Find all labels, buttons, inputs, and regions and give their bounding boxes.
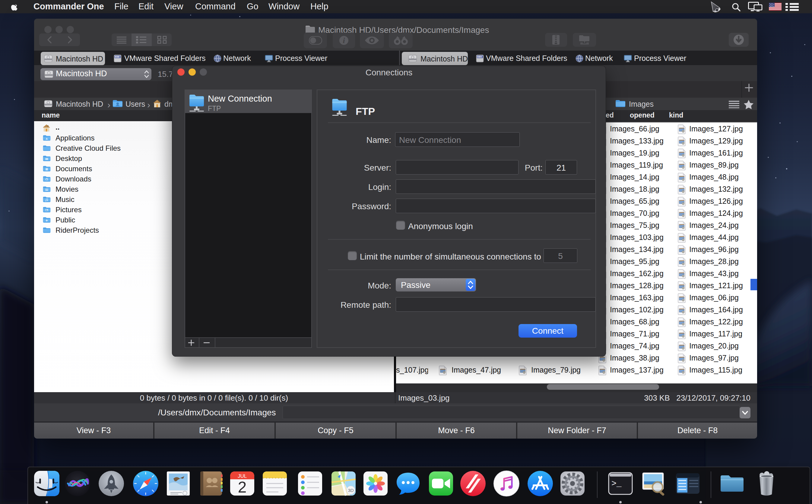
svg-text:i: i (343, 36, 345, 45)
svg-text:3D: 3D (348, 488, 353, 493)
svg-text:2: 2 (238, 478, 247, 496)
svg-text:>_: >_ (611, 479, 622, 488)
